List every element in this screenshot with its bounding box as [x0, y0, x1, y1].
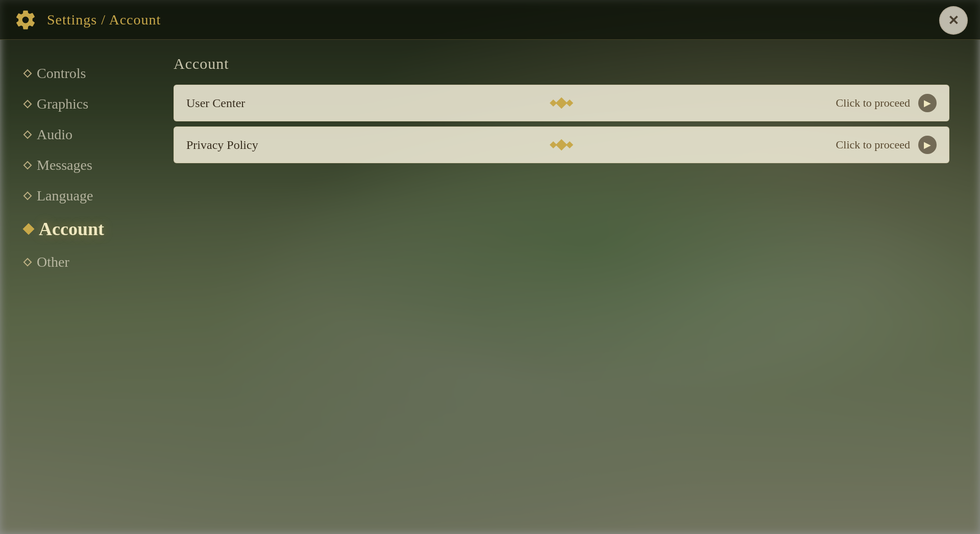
sidebar-item-audio[interactable]: Audio	[20, 121, 143, 148]
diamond-decoration-2	[551, 141, 572, 149]
privacy-policy-action: Click to proceed ▶	[836, 136, 937, 154]
top-bar: Settings / Account ✕	[0, 0, 980, 40]
diamond-icon	[23, 258, 32, 267]
diamond-icon	[23, 69, 32, 78]
privacy-policy-row[interactable]: Privacy Policy Click to proceed ▶	[174, 126, 949, 163]
diamond-decoration	[551, 99, 572, 107]
sidebar: Controls Graphics Audio Messages Languag…	[0, 40, 153, 534]
close-icon: ✕	[948, 13, 959, 29]
deco-diamond-large	[556, 97, 568, 109]
arrow-circle-icon: ▶	[918, 94, 937, 112]
main-panel: Account User Center Click to proceed ▶ P…	[153, 40, 980, 534]
deco-diamond-2	[566, 99, 573, 107]
gear-svg	[14, 9, 37, 31]
privacy-policy-decoration	[551, 141, 572, 149]
sidebar-item-account[interactable]: Account	[20, 213, 143, 245]
arrow-circle-icon-2: ▶	[918, 136, 937, 154]
user-center-decoration	[551, 99, 572, 107]
sidebar-label-audio: Audio	[37, 126, 72, 143]
user-center-label: User Center	[186, 96, 836, 110]
user-center-action-label: Click to proceed	[836, 96, 910, 110]
diamond-icon	[23, 161, 32, 170]
content-area: Controls Graphics Audio Messages Languag…	[0, 40, 980, 534]
user-center-row[interactable]: User Center Click to proceed ▶	[174, 85, 949, 121]
close-button[interactable]: ✕	[939, 6, 968, 35]
diamond-icon	[23, 100, 32, 109]
deco-diamond-large-2	[556, 139, 568, 151]
breadcrumb: Settings / Account	[47, 12, 161, 28]
diamond-active-icon	[23, 223, 35, 235]
sidebar-label-language: Language	[37, 188, 93, 204]
sidebar-label-controls: Controls	[37, 65, 86, 82]
diamond-icon	[23, 192, 32, 200]
sidebar-item-language[interactable]: Language	[20, 183, 143, 209]
privacy-policy-action-label: Click to proceed	[836, 138, 910, 151]
sidebar-label-other: Other	[37, 254, 69, 270]
sidebar-label-account: Account	[39, 218, 104, 240]
diamond-icon	[23, 131, 32, 139]
section-title: Account	[174, 55, 949, 72]
sidebar-label-messages: Messages	[37, 157, 92, 173]
user-center-action: Click to proceed ▶	[836, 94, 937, 112]
sidebar-item-messages[interactable]: Messages	[20, 152, 143, 179]
sidebar-item-controls[interactable]: Controls	[20, 60, 143, 87]
deco-diamond-4	[566, 141, 573, 148]
gear-icon	[12, 7, 39, 33]
sidebar-label-graphics: Graphics	[37, 96, 88, 112]
sidebar-item-graphics[interactable]: Graphics	[20, 91, 143, 117]
privacy-policy-label: Privacy Policy	[186, 138, 836, 152]
sidebar-item-other[interactable]: Other	[20, 249, 143, 275]
